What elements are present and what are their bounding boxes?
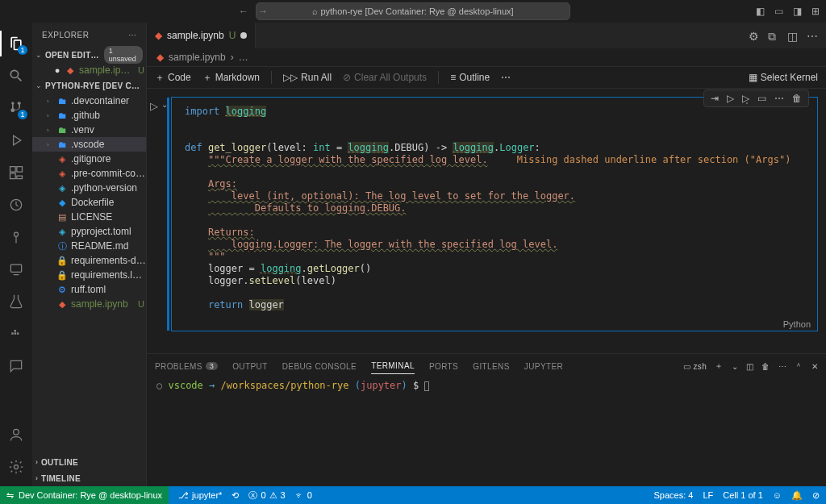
execute-above-icon[interactable]: ▷ bbox=[727, 93, 734, 104]
code-content[interactable]: import logging def get_logger(level: int… bbox=[172, 98, 817, 318]
activity-explorer[interactable]: 1 bbox=[0, 27, 32, 60]
run-all-button[interactable]: ▷▷Run All bbox=[283, 72, 332, 83]
spaces-indicator[interactable]: Spaces: 4 bbox=[653, 490, 693, 500]
more-button[interactable]: ⋯ bbox=[501, 72, 511, 83]
cell-language[interactable]: Python bbox=[172, 318, 817, 331]
feedback-icon[interactable]: ☺ bbox=[773, 490, 782, 500]
command-center[interactable]: ⌕ python-rye [Dev Container: Rye @ deskt… bbox=[256, 2, 570, 20]
outline-section[interactable]: › OUTLINE bbox=[32, 454, 146, 470]
activity-debug[interactable] bbox=[0, 124, 32, 156]
split-cell-icon[interactable]: ▭ bbox=[757, 93, 766, 104]
activity-extensions[interactable] bbox=[0, 156, 32, 189]
notebook-body: ▷ ⌄ ⇥ ▷ ▷̩ ▭ ⋯ 🗑 import logging def get_… bbox=[147, 89, 826, 353]
panel-tab-terminal[interactable]: TERMINAL bbox=[371, 361, 415, 374]
open-editors-section[interactable]: ⌄ OPEN EDITORS 1 unsaved bbox=[32, 47, 146, 63]
more-icon: ⋯ bbox=[501, 72, 511, 83]
tree-item[interactable]: ›🖿.devcontainer bbox=[32, 94, 146, 108]
activity-test[interactable] bbox=[0, 285, 32, 318]
tree-item[interactable]: ◈.gitignore bbox=[32, 152, 146, 166]
breadcrumb[interactable]: ◆ sample.ipynb › … bbox=[147, 48, 826, 66]
tree-item[interactable]: ›🖿.vscode bbox=[32, 137, 146, 152]
eol-indicator[interactable]: LF bbox=[703, 490, 713, 500]
docker-icon bbox=[8, 326, 24, 342]
tree-item[interactable]: ◈.python-version bbox=[32, 181, 146, 195]
activity-scm[interactable]: 1 bbox=[0, 92, 32, 124]
add-code-button[interactable]: ＋Code bbox=[155, 71, 191, 85]
new-terminal-icon[interactable]: ＋ bbox=[715, 360, 723, 372]
timeline-section[interactable]: › TIMELINE bbox=[32, 470, 146, 486]
tree-item[interactable]: ◈pyproject.toml bbox=[32, 224, 146, 239]
sync-button[interactable]: ⟲ bbox=[232, 490, 239, 501]
nav-back-icon[interactable]: ← bbox=[239, 6, 248, 17]
activity-timeline[interactable] bbox=[0, 189, 32, 221]
layout-icon[interactable]: ◫ bbox=[787, 30, 799, 41]
tree-item[interactable]: ›🖿.venv bbox=[32, 123, 146, 137]
workspace-section[interactable]: ⌄ PYTHON-RYE [DEV CON… bbox=[32, 77, 146, 94]
diff-icon[interactable]: ⧉ bbox=[768, 30, 779, 41]
cell-indicator[interactable]: Cell 1 of 1 bbox=[723, 490, 763, 500]
panel-tab-problems[interactable]: PROBLEMS3 bbox=[155, 362, 218, 371]
activity-account[interactable] bbox=[0, 419, 32, 451]
terminal-profile[interactable]: ▭ zsh bbox=[683, 362, 707, 371]
activity-comments[interactable] bbox=[0, 350, 32, 382]
tree-item[interactable]: ⓘREADME.md bbox=[32, 239, 146, 253]
file-label: requirements-de… bbox=[71, 255, 146, 266]
tree-item[interactable]: ⚙ruff.toml bbox=[32, 282, 146, 297]
add-markdown-button[interactable]: ＋Markdown bbox=[202, 71, 260, 85]
nav-forward-icon[interactable]: → bbox=[258, 6, 268, 17]
tree-item[interactable]: ◆Dockerfile bbox=[32, 195, 146, 210]
panel-tab-output[interactable]: OUTPUT bbox=[232, 362, 268, 371]
kill-terminal-icon[interactable]: 🗑 bbox=[761, 362, 770, 371]
open-editor-item[interactable]: ● ◆ sample.ipy… U bbox=[32, 63, 146, 77]
tree-item[interactable]: ◈.pre-commit-con… bbox=[32, 166, 146, 181]
tree-item[interactable]: 🔒requirements-de… bbox=[32, 253, 146, 268]
maximize-icon[interactable]: ＾ bbox=[795, 360, 803, 372]
activity-remote[interactable] bbox=[0, 253, 32, 285]
panel-tab-debug[interactable]: DEBUG CONSOLE bbox=[282, 362, 357, 371]
activity-gitlens[interactable] bbox=[0, 221, 32, 253]
remote-indicator[interactable]: ⇋ Dev Container: Rye @ desktop-linux bbox=[0, 486, 169, 504]
explorer-badge: 1 bbox=[18, 45, 27, 55]
activity-docker[interactable] bbox=[0, 318, 32, 350]
ports-status[interactable]: ᯤ0 bbox=[295, 490, 312, 500]
layout-customize-icon[interactable]: ⊞ bbox=[811, 6, 820, 17]
branch-indicator[interactable]: ⎇jupyter* bbox=[178, 490, 222, 501]
outline-button[interactable]: ≡Outline bbox=[450, 72, 490, 83]
editor-tab[interactable]: ◆ sample.ipynb U bbox=[147, 23, 256, 48]
layout-sidebar-right-icon[interactable]: ◨ bbox=[793, 6, 802, 17]
more-icon[interactable]: ⋯ bbox=[774, 93, 784, 104]
delete-cell-icon[interactable]: 🗑 bbox=[792, 93, 802, 104]
panel-tab-gitlens[interactable]: GITLENS bbox=[473, 362, 510, 371]
more-icon[interactable]: ⋯ bbox=[128, 31, 137, 40]
panel-tab-jupyter[interactable]: JUPYTER bbox=[524, 362, 563, 371]
tree-item[interactable]: 🔒requirements.lock bbox=[32, 268, 146, 282]
activity-search[interactable] bbox=[0, 60, 32, 92]
settings-icon[interactable]: ⚙ bbox=[749, 30, 760, 41]
tree-item[interactable]: ◆sample.ipynbU bbox=[32, 297, 146, 311]
select-kernel-button[interactable]: ▦Select Kernel bbox=[749, 72, 818, 83]
tree-item[interactable]: ▤LICENSE bbox=[32, 210, 146, 224]
more-icon[interactable]: ⋯ bbox=[807, 30, 818, 41]
prettier-icon[interactable]: ⊘ bbox=[812, 490, 820, 501]
history-icon bbox=[8, 197, 24, 213]
run-cell-button[interactable]: ▷ bbox=[150, 100, 158, 112]
tree-item[interactable]: ›🖿.github bbox=[32, 108, 146, 123]
split-terminal-icon[interactable]: ◫ bbox=[746, 362, 753, 371]
execute-below-icon[interactable]: ▷̩ bbox=[742, 93, 749, 104]
activity-settings[interactable] bbox=[0, 451, 32, 483]
breadcrumb-file: sample.ipynb bbox=[169, 52, 226, 63]
more-icon[interactable]: ⋯ bbox=[778, 362, 786, 371]
extensions-icon bbox=[8, 165, 24, 181]
layout-sidebar-left-icon[interactable]: ◧ bbox=[756, 6, 765, 17]
run-by-line-icon[interactable]: ⇥ bbox=[711, 93, 719, 104]
cell-editor[interactable]: ⇥ ▷ ▷̩ ▭ ⋯ 🗑 import logging def get_logg… bbox=[171, 97, 818, 331]
clear-outputs-button[interactable]: ⊘Clear All Outputs bbox=[343, 72, 427, 83]
close-panel-icon[interactable]: ✕ bbox=[811, 362, 818, 371]
terminal-content[interactable]: ○ vscode → /workspaces/python-rye (jupyt… bbox=[147, 378, 826, 486]
chevron-down-icon[interactable]: ⌄ bbox=[732, 362, 738, 371]
notifications-icon[interactable]: 🔔 bbox=[791, 490, 803, 501]
panel-tab-ports[interactable]: PORTS bbox=[429, 362, 458, 371]
problems-status[interactable]: ⓧ0 ⚠3 bbox=[248, 489, 285, 502]
layout-panel-icon[interactable]: ▭ bbox=[774, 6, 783, 17]
code-cell: ▷ ⌄ ⇥ ▷ ▷̩ ▭ ⋯ 🗑 import logging def get_… bbox=[147, 97, 818, 331]
